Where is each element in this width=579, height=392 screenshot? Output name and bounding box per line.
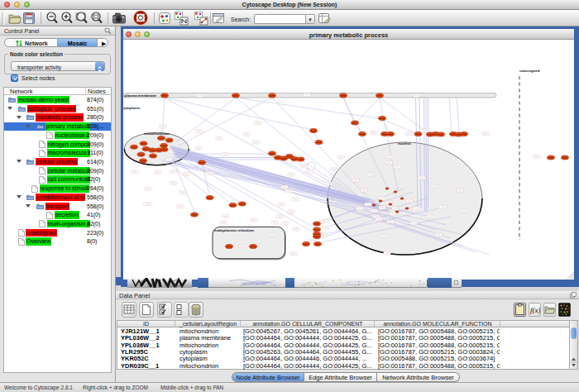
svg-text:unassigned: unassigned bbox=[519, 69, 540, 73]
svg-text:nucleus: nucleus bbox=[398, 141, 411, 146]
svg-text:endoplasmic reticulum: endoplasmic reticulum bbox=[214, 228, 254, 232]
svg-text:f(x): f(x) bbox=[530, 306, 540, 314]
svg-text:plasma membrane: plasma membrane bbox=[125, 93, 157, 98]
svg-text:cytoplasm: cytoplasm bbox=[123, 106, 140, 110]
svg-text:mitochondrion: mitochondrion bbox=[144, 131, 170, 136]
